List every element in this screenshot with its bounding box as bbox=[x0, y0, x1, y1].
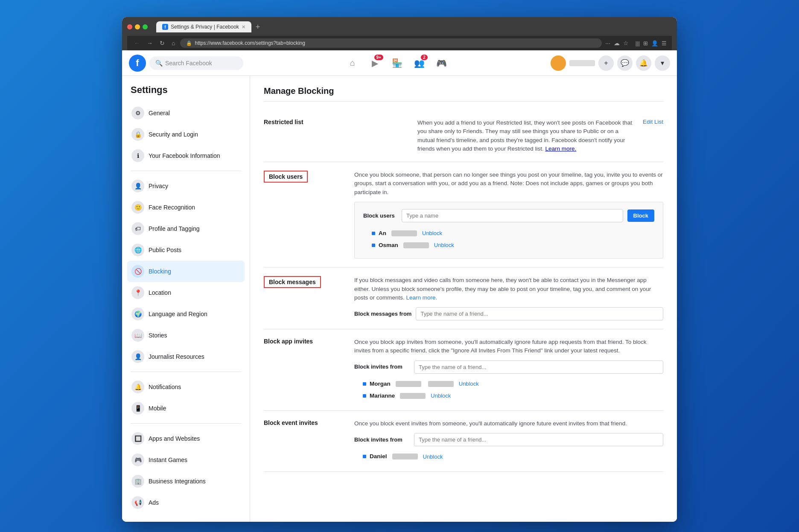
settings-panel: Manage Blocking Restricted list When you… bbox=[250, 76, 677, 522]
block-app-invites-label-container: Block app invites bbox=[264, 338, 341, 402]
home-button[interactable]: ⌂ bbox=[170, 39, 177, 47]
sidebar-item-blocking[interactable]: 🚫 Blocking bbox=[127, 261, 245, 282]
unblock-link-osman[interactable]: Unblock bbox=[434, 241, 454, 250]
maximize-window-button[interactable] bbox=[143, 24, 148, 29]
sidebar-item-games[interactable]: 🎮 Instant Games bbox=[127, 449, 245, 471]
sidebar-label-games: Instant Games bbox=[149, 456, 187, 463]
minimize-window-button[interactable] bbox=[135, 24, 140, 29]
sidebar-item-profile-tagging[interactable]: 🏷 Profile and Tagging bbox=[127, 218, 245, 239]
sidebar-item-ads[interactable]: 📢 Ads bbox=[127, 492, 245, 513]
block-users-label[interactable]: Block users bbox=[264, 171, 308, 183]
tab-title: Settings & Privacy | Facebook bbox=[171, 24, 239, 30]
marketplace-nav-icon[interactable]: 🏪 bbox=[387, 55, 407, 71]
blurred-surname-marianne bbox=[400, 393, 426, 399]
search-bar[interactable]: 🔍 Search Facebook bbox=[149, 56, 243, 70]
tab-close-button[interactable]: ✕ bbox=[242, 24, 245, 30]
privacy-icon: 👤 bbox=[131, 180, 144, 192]
bullet-icon-daniel bbox=[363, 455, 366, 458]
blocked-app-user-marianne: Marianne Unblock bbox=[354, 390, 663, 402]
block-messages-input[interactable] bbox=[416, 307, 663, 320]
sidebar-item-public-posts[interactable]: 🌐 Public Posts bbox=[127, 239, 245, 261]
messenger-button[interactable]: 💬 bbox=[617, 55, 633, 71]
unblock-link-morgan[interactable]: Unblock bbox=[459, 380, 479, 388]
sidebar-item-general[interactable]: ⚙ General bbox=[127, 102, 245, 124]
unblock-link-marianne[interactable]: Unblock bbox=[431, 392, 451, 400]
sidebar-item-privacy[interactable]: 👤 Privacy bbox=[127, 175, 245, 197]
block-app-invites-input[interactable] bbox=[414, 360, 663, 374]
block-messages-label[interactable]: Block messages bbox=[264, 276, 321, 288]
add-button[interactable]: + bbox=[598, 55, 614, 71]
block-messages-desc-text: If you block messages and video calls fr… bbox=[354, 277, 651, 301]
unblock-link-daniel[interactable]: Unblock bbox=[423, 453, 443, 461]
address-bar-row: ← → ↻ ⌂ 🔒 https://www.facebook.com/setti… bbox=[127, 36, 672, 50]
block-app-invites-label: Block app invites bbox=[264, 338, 341, 345]
marketplace-icon: 🏪 bbox=[392, 58, 402, 68]
browser-window: f Settings & Privacy | Facebook ✕ + ← → … bbox=[122, 17, 677, 522]
sidebar-item-stories[interactable]: 📖 Stories bbox=[127, 325, 245, 346]
pocket-icon[interactable]: ☁ bbox=[614, 40, 620, 47]
tab-favicon: f bbox=[162, 24, 168, 30]
block-messages-learn-more[interactable]: Learn more. bbox=[406, 294, 437, 301]
new-tab-button[interactable]: + bbox=[253, 23, 263, 32]
back-button[interactable]: ← bbox=[132, 39, 142, 47]
gaming-nav-icon[interactable]: 🎮 bbox=[431, 55, 452, 71]
sidebar-item-fb-info[interactable]: ℹ Your Facebook Information bbox=[127, 145, 245, 166]
profile-icon[interactable]: 👤 bbox=[651, 40, 658, 47]
block-users-input[interactable] bbox=[402, 209, 623, 222]
sidebar-label-journalist: Journalist Resources bbox=[149, 353, 204, 360]
watch-badge: 9+ bbox=[374, 55, 383, 60]
block-users-description: Once you block someone, that person can … bbox=[354, 171, 663, 197]
sidebar-item-notifications[interactable]: 🔔 Notifications bbox=[127, 376, 245, 398]
bookmark-icon[interactable]: ☆ bbox=[623, 40, 629, 47]
info-icon: ℹ bbox=[131, 149, 144, 162]
synced-tabs-icon[interactable]: ⊞ bbox=[643, 40, 648, 47]
forward-button[interactable]: → bbox=[145, 39, 155, 47]
menu-icon[interactable]: ☰ bbox=[662, 40, 667, 47]
sidebar-item-apps[interactable]: 🔲 Apps and Websites bbox=[127, 428, 245, 449]
user-avatar[interactable] bbox=[551, 55, 566, 71]
sidebar-item-security[interactable]: 🔒 Security and Login bbox=[127, 124, 245, 145]
watch-nav-icon[interactable]: ▶ 9+ bbox=[365, 55, 385, 71]
block-event-invites-label: Block event invites bbox=[264, 419, 341, 426]
groups-nav-icon[interactable]: 👥 2 bbox=[409, 55, 429, 71]
sidebar-item-mobile[interactable]: 📱 Mobile bbox=[127, 398, 245, 419]
bullet-icon-2 bbox=[372, 244, 375, 247]
block-app-invites-input-row: Block invites from bbox=[354, 360, 663, 374]
block-messages-content: If you block messages and video calls fr… bbox=[354, 276, 663, 320]
sidebar-item-language[interactable]: 🌍 Language and Region bbox=[127, 303, 245, 325]
language-icon: 🌍 bbox=[131, 308, 144, 320]
reload-button[interactable]: ↻ bbox=[158, 39, 166, 47]
tagging-icon: 🏷 bbox=[131, 222, 144, 235]
sidebar-item-location[interactable]: 📍 Location bbox=[127, 282, 245, 303]
sidebar-item-face-recognition[interactable]: 🙂 Face Recognition bbox=[127, 197, 245, 218]
facebook-logo[interactable]: f bbox=[129, 55, 146, 72]
settings-sidebar: Settings ⚙ General 🔒 Security and Login … bbox=[122, 76, 250, 522]
sidebar-label-general: General bbox=[149, 110, 170, 116]
blurred-surname-an bbox=[391, 230, 417, 236]
block-event-from-label: Block invites from bbox=[354, 436, 410, 444]
close-window-button[interactable] bbox=[127, 24, 132, 29]
account-menu-button[interactable]: ▾ bbox=[655, 55, 670, 71]
blurred-surname-morgan bbox=[396, 381, 421, 387]
block-app-invites-content: Once you block app invites from someone,… bbox=[354, 338, 663, 402]
block-event-invites-input[interactable] bbox=[414, 433, 663, 446]
sidebar-label-apps: Apps and Websites bbox=[149, 435, 200, 442]
sidebar-label-face: Face Recognition bbox=[149, 204, 195, 211]
address-bar[interactable]: 🔒 https://www.facebook.com/settings?tab=… bbox=[180, 38, 602, 48]
block-users-button[interactable]: Block bbox=[627, 209, 654, 222]
sidebar-item-business[interactable]: 🏢 Business Integrations bbox=[127, 471, 245, 492]
sidebar-item-journalist[interactable]: 👤 Journalist Resources bbox=[127, 346, 245, 367]
notifications-button[interactable]: 🔔 bbox=[636, 55, 651, 71]
library-icon[interactable]: ||| bbox=[636, 40, 640, 47]
sidebar-divider-2 bbox=[131, 372, 241, 372]
more-options-icon[interactable]: ··· bbox=[605, 40, 610, 47]
block-input-label: Block users bbox=[363, 212, 397, 220]
blocking-icon: 🚫 bbox=[131, 265, 144, 278]
block-event-invites-description: Once you block event invites from someon… bbox=[354, 419, 663, 428]
active-tab[interactable]: f Settings & Privacy | Facebook ✕ bbox=[156, 21, 251, 32]
restricted-learn-more-link[interactable]: Learn more. bbox=[545, 145, 576, 152]
edit-list-link[interactable]: Edit List bbox=[643, 119, 663, 125]
home-nav-icon[interactable]: ⌂ bbox=[342, 55, 363, 71]
unblock-link-an[interactable]: Unblock bbox=[422, 229, 442, 238]
browser-titlebar: f Settings & Privacy | Facebook ✕ + bbox=[127, 21, 672, 32]
